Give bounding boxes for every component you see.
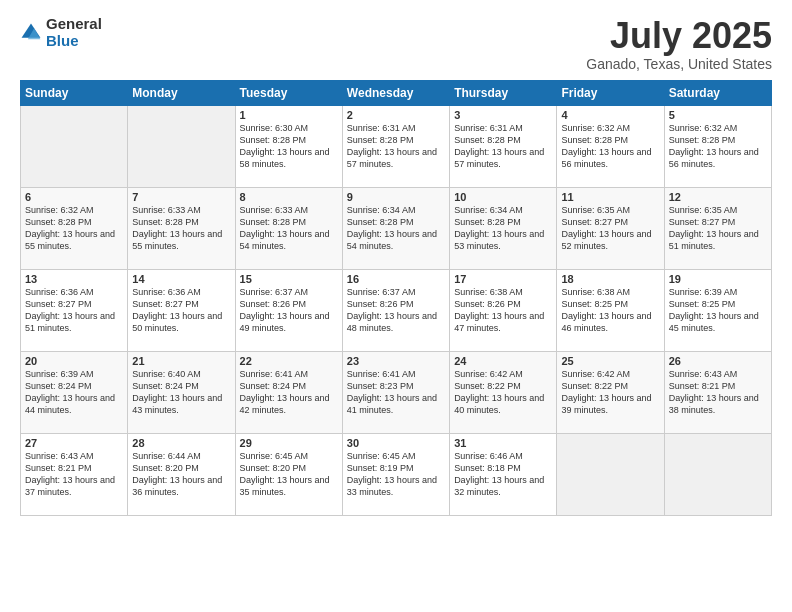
- header: General Blue July 2025 Ganado, Texas, Un…: [20, 16, 772, 72]
- main-title: July 2025: [586, 16, 772, 56]
- calendar-week-3: 13Sunrise: 6:36 AMSunset: 8:27 PMDayligh…: [21, 269, 772, 351]
- day-info: Sunrise: 6:41 AMSunset: 8:24 PMDaylight:…: [240, 368, 338, 417]
- day-info: Sunrise: 6:33 AMSunset: 8:28 PMDaylight:…: [240, 204, 338, 253]
- calendar-cell: 14Sunrise: 6:36 AMSunset: 8:27 PMDayligh…: [128, 269, 235, 351]
- day-number: 19: [669, 273, 767, 285]
- calendar-week-1: 1Sunrise: 6:30 AMSunset: 8:28 PMDaylight…: [21, 105, 772, 187]
- calendar-cell: 9Sunrise: 6:34 AMSunset: 8:28 PMDaylight…: [342, 187, 449, 269]
- calendar-week-4: 20Sunrise: 6:39 AMSunset: 8:24 PMDayligh…: [21, 351, 772, 433]
- day-number: 13: [25, 273, 123, 285]
- day-info: Sunrise: 6:39 AMSunset: 8:25 PMDaylight:…: [669, 286, 767, 335]
- calendar-cell: 31Sunrise: 6:46 AMSunset: 8:18 PMDayligh…: [450, 433, 557, 515]
- day-info: Sunrise: 6:37 AMSunset: 8:26 PMDaylight:…: [240, 286, 338, 335]
- calendar-cell: [557, 433, 664, 515]
- day-number: 27: [25, 437, 123, 449]
- calendar-cell: 25Sunrise: 6:42 AMSunset: 8:22 PMDayligh…: [557, 351, 664, 433]
- day-info: Sunrise: 6:40 AMSunset: 8:24 PMDaylight:…: [132, 368, 230, 417]
- calendar-cell: 10Sunrise: 6:34 AMSunset: 8:28 PMDayligh…: [450, 187, 557, 269]
- header-tuesday: Tuesday: [235, 80, 342, 105]
- day-number: 5: [669, 109, 767, 121]
- day-number: 31: [454, 437, 552, 449]
- calendar-cell: 13Sunrise: 6:36 AMSunset: 8:27 PMDayligh…: [21, 269, 128, 351]
- calendar-cell: 23Sunrise: 6:41 AMSunset: 8:23 PMDayligh…: [342, 351, 449, 433]
- subtitle: Ganado, Texas, United States: [586, 56, 772, 72]
- calendar-cell: 8Sunrise: 6:33 AMSunset: 8:28 PMDaylight…: [235, 187, 342, 269]
- day-number: 9: [347, 191, 445, 203]
- calendar-cell: 19Sunrise: 6:39 AMSunset: 8:25 PMDayligh…: [664, 269, 771, 351]
- calendar-cell: 15Sunrise: 6:37 AMSunset: 8:26 PMDayligh…: [235, 269, 342, 351]
- day-info: Sunrise: 6:38 AMSunset: 8:25 PMDaylight:…: [561, 286, 659, 335]
- header-monday: Monday: [128, 80, 235, 105]
- day-number: 23: [347, 355, 445, 367]
- day-number: 29: [240, 437, 338, 449]
- header-wednesday: Wednesday: [342, 80, 449, 105]
- day-number: 7: [132, 191, 230, 203]
- calendar-cell: 30Sunrise: 6:45 AMSunset: 8:19 PMDayligh…: [342, 433, 449, 515]
- logo-blue-text: Blue: [46, 33, 102, 50]
- day-info: Sunrise: 6:31 AMSunset: 8:28 PMDaylight:…: [347, 122, 445, 171]
- day-number: 8: [240, 191, 338, 203]
- calendar-cell: 6Sunrise: 6:32 AMSunset: 8:28 PMDaylight…: [21, 187, 128, 269]
- day-info: Sunrise: 6:39 AMSunset: 8:24 PMDaylight:…: [25, 368, 123, 417]
- calendar-cell: 16Sunrise: 6:37 AMSunset: 8:26 PMDayligh…: [342, 269, 449, 351]
- day-info: Sunrise: 6:34 AMSunset: 8:28 PMDaylight:…: [454, 204, 552, 253]
- calendar-cell: 26Sunrise: 6:43 AMSunset: 8:21 PMDayligh…: [664, 351, 771, 433]
- day-number: 14: [132, 273, 230, 285]
- day-info: Sunrise: 6:35 AMSunset: 8:27 PMDaylight:…: [669, 204, 767, 253]
- day-info: Sunrise: 6:46 AMSunset: 8:18 PMDaylight:…: [454, 450, 552, 499]
- day-info: Sunrise: 6:41 AMSunset: 8:23 PMDaylight:…: [347, 368, 445, 417]
- calendar-week-2: 6Sunrise: 6:32 AMSunset: 8:28 PMDaylight…: [21, 187, 772, 269]
- day-number: 17: [454, 273, 552, 285]
- day-number: 2: [347, 109, 445, 121]
- calendar-cell: 29Sunrise: 6:45 AMSunset: 8:20 PMDayligh…: [235, 433, 342, 515]
- day-info: Sunrise: 6:34 AMSunset: 8:28 PMDaylight:…: [347, 204, 445, 253]
- day-info: Sunrise: 6:43 AMSunset: 8:21 PMDaylight:…: [25, 450, 123, 499]
- logo-general-text: General: [46, 16, 102, 33]
- day-info: Sunrise: 6:30 AMSunset: 8:28 PMDaylight:…: [240, 122, 338, 171]
- day-info: Sunrise: 6:33 AMSunset: 8:28 PMDaylight:…: [132, 204, 230, 253]
- calendar-cell: 24Sunrise: 6:42 AMSunset: 8:22 PMDayligh…: [450, 351, 557, 433]
- day-info: Sunrise: 6:36 AMSunset: 8:27 PMDaylight:…: [132, 286, 230, 335]
- calendar-cell: 20Sunrise: 6:39 AMSunset: 8:24 PMDayligh…: [21, 351, 128, 433]
- logo: General Blue: [20, 16, 102, 49]
- day-number: 26: [669, 355, 767, 367]
- calendar-cell: 11Sunrise: 6:35 AMSunset: 8:27 PMDayligh…: [557, 187, 664, 269]
- title-block: July 2025 Ganado, Texas, United States: [586, 16, 772, 72]
- day-number: 25: [561, 355, 659, 367]
- logo-text: General Blue: [46, 16, 102, 49]
- day-number: 28: [132, 437, 230, 449]
- day-number: 24: [454, 355, 552, 367]
- header-saturday: Saturday: [664, 80, 771, 105]
- day-info: Sunrise: 6:32 AMSunset: 8:28 PMDaylight:…: [561, 122, 659, 171]
- calendar-cell: 1Sunrise: 6:30 AMSunset: 8:28 PMDaylight…: [235, 105, 342, 187]
- day-number: 21: [132, 355, 230, 367]
- calendar-cell: 18Sunrise: 6:38 AMSunset: 8:25 PMDayligh…: [557, 269, 664, 351]
- calendar-cell: 7Sunrise: 6:33 AMSunset: 8:28 PMDaylight…: [128, 187, 235, 269]
- calendar-cell: 17Sunrise: 6:38 AMSunset: 8:26 PMDayligh…: [450, 269, 557, 351]
- day-number: 4: [561, 109, 659, 121]
- calendar: Sunday Monday Tuesday Wednesday Thursday…: [20, 80, 772, 516]
- header-sunday: Sunday: [21, 80, 128, 105]
- calendar-cell: 3Sunrise: 6:31 AMSunset: 8:28 PMDaylight…: [450, 105, 557, 187]
- day-number: 16: [347, 273, 445, 285]
- calendar-week-5: 27Sunrise: 6:43 AMSunset: 8:21 PMDayligh…: [21, 433, 772, 515]
- calendar-cell: 4Sunrise: 6:32 AMSunset: 8:28 PMDaylight…: [557, 105, 664, 187]
- logo-icon: [20, 22, 42, 44]
- day-number: 18: [561, 273, 659, 285]
- calendar-cell: [21, 105, 128, 187]
- day-number: 20: [25, 355, 123, 367]
- day-info: Sunrise: 6:37 AMSunset: 8:26 PMDaylight:…: [347, 286, 445, 335]
- day-info: Sunrise: 6:38 AMSunset: 8:26 PMDaylight:…: [454, 286, 552, 335]
- day-number: 3: [454, 109, 552, 121]
- day-number: 30: [347, 437, 445, 449]
- calendar-cell: [128, 105, 235, 187]
- day-info: Sunrise: 6:42 AMSunset: 8:22 PMDaylight:…: [561, 368, 659, 417]
- calendar-cell: 22Sunrise: 6:41 AMSunset: 8:24 PMDayligh…: [235, 351, 342, 433]
- day-info: Sunrise: 6:44 AMSunset: 8:20 PMDaylight:…: [132, 450, 230, 499]
- weekday-header-row: Sunday Monday Tuesday Wednesday Thursday…: [21, 80, 772, 105]
- day-info: Sunrise: 6:32 AMSunset: 8:28 PMDaylight:…: [25, 204, 123, 253]
- day-number: 15: [240, 273, 338, 285]
- page: General Blue July 2025 Ganado, Texas, Un…: [0, 0, 792, 612]
- day-info: Sunrise: 6:36 AMSunset: 8:27 PMDaylight:…: [25, 286, 123, 335]
- day-info: Sunrise: 6:45 AMSunset: 8:19 PMDaylight:…: [347, 450, 445, 499]
